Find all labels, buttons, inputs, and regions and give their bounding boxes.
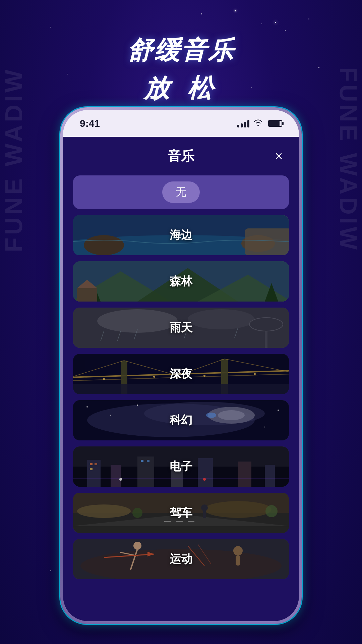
phone-inner: 9:41 <box>63 110 299 621</box>
music-item-electronic-label: 电子 <box>170 459 192 474</box>
music-item-none-inner: 无 <box>162 181 200 203</box>
signal-icon <box>237 119 249 127</box>
battery-icon <box>268 120 282 127</box>
music-item-scifi[interactable]: 科幻 <box>73 400 289 440</box>
status-time: 9:41 <box>80 118 100 129</box>
music-list: 无 <box>73 175 289 579</box>
main-title: 舒缓音乐 放 松 <box>0 34 362 106</box>
music-item-forest-label: 森林 <box>170 274 192 289</box>
app-content: 音乐 × 无 <box>63 137 299 621</box>
music-item-sports[interactable]: 运动 <box>73 539 289 579</box>
music-item-none-label: 无 <box>176 186 186 198</box>
music-item-none[interactable]: 无 <box>73 175 289 209</box>
music-item-midnight[interactable]: 深夜 <box>73 354 289 394</box>
title-line2: 放 松 <box>0 71 362 106</box>
status-icons <box>237 119 282 128</box>
status-bar: 9:41 <box>63 110 299 137</box>
wifi-icon <box>253 119 263 128</box>
music-item-rainy[interactable]: 雨天 <box>73 308 289 348</box>
music-item-electronic[interactable]: 电子 <box>73 446 289 487</box>
music-item-rainy-label: 雨天 <box>170 320 192 335</box>
music-item-driving-label: 驾车 <box>170 505 192 521</box>
music-item-driving[interactable]: 驾车 <box>73 493 289 533</box>
phone-outer: 9:41 <box>60 107 302 624</box>
music-item-forest[interactable]: 森林 <box>73 261 289 302</box>
music-item-seaside-label: 海边 <box>170 227 192 243</box>
notch <box>147 110 215 122</box>
close-button[interactable]: × <box>269 146 289 166</box>
app-header: 音乐 × <box>73 137 289 175</box>
music-item-scifi-label: 科幻 <box>170 413 192 428</box>
music-item-midnight-label: 深夜 <box>170 366 192 382</box>
title-line1: 舒缓音乐 <box>0 34 362 68</box>
app-title: 音乐 <box>168 147 194 165</box>
music-item-sports-label: 运动 <box>170 551 192 567</box>
music-item-seaside[interactable]: 海边 <box>73 215 289 255</box>
phone-mockup: 9:41 <box>60 107 302 624</box>
